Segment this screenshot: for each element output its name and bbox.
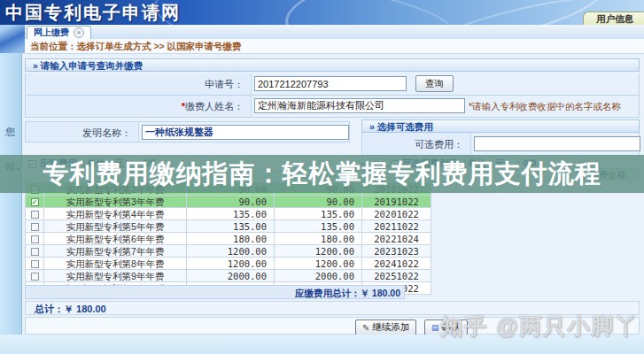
patent-payment-page: 中国专利电子申请网 用户信息 网上缴费 × 当前位置：选择订单生成方式 >> 以…	[0, 0, 644, 354]
corner-decoration	[0, 25, 25, 53]
fee-due-amount: 135.00	[187, 208, 275, 220]
tab-label: 网上缴费	[34, 27, 69, 39]
fee-name: 实用新型专利第5年年费	[44, 220, 187, 233]
fee-deadline: 20201022	[362, 208, 431, 220]
payer-name-input[interactable]	[254, 98, 465, 113]
breadcrumb: 当前位置：选择订单生成方式 >> 以国家申请号缴费	[30, 41, 242, 53]
fee-pay-amount: 1200.00	[275, 245, 362, 258]
invention-name-label: 发明名称：	[26, 122, 139, 142]
confirm-list-icon: ▤	[431, 323, 439, 332]
payer-name-label: *缴费人姓名：	[26, 96, 252, 117]
fee-due-amount: 1200.00	[187, 245, 275, 258]
row-checkbox[interactable]	[31, 248, 39, 256]
row-checkbox[interactable]	[31, 273, 39, 281]
fee-name: 实用新型专利第4年年费	[44, 208, 187, 220]
payer-name-row: *缴费人姓名： *请输入专利收费收据中的名字或名称	[25, 96, 640, 118]
fee-deadline: 20251022	[362, 270, 431, 282]
left-sidebar-strip: 您 网	[0, 53, 22, 354]
row-checkbox[interactable]: ✓	[31, 198, 39, 206]
fee-due-amount: 135.00	[187, 220, 275, 233]
close-icon[interactable]: ×	[74, 27, 84, 38]
fee-table-row: 实用新型专利第7年年费1200.001200.0020231023	[26, 245, 431, 258]
fee-due-amount: 2000.00	[187, 270, 275, 282]
row-checkbox[interactable]	[31, 260, 39, 268]
fee-pay-amount: 135.00	[275, 220, 362, 233]
tab-online-payment[interactable]: 网上缴费 ×	[27, 26, 91, 39]
site-title: 中国专利电子申请网	[5, 1, 181, 25]
fee-deadline: 20191022	[362, 196, 431, 208]
breadcrumb-bar: 当前位置：选择订单生成方式 >> 以国家申请号缴费	[25, 39, 644, 54]
fee-name: 实用新型专利第7年年费	[44, 245, 187, 258]
row-checkbox[interactable]	[31, 223, 39, 231]
watermark: 知乎 @两只小脚丫	[440, 312, 639, 341]
row-checkbox[interactable]	[31, 211, 39, 219]
query-button[interactable]: 查询	[415, 75, 454, 92]
payer-name-hint: *请输入专利收费收据中的名字或名称	[469, 101, 621, 113]
fee-name: 实用新型专利第9年年费	[44, 270, 187, 282]
fee-pay-amount: 180.00	[275, 233, 362, 245]
fee-name: 实用新型专利第6年年费	[44, 233, 187, 245]
fee-pay-amount: 90.00	[275, 196, 362, 208]
optional-fee-label: 可选费用：	[362, 133, 471, 155]
query-panel-header: » 请输入申请号查询并缴费	[25, 58, 640, 72]
application-no-row: 申请号： 查询	[25, 73, 640, 96]
invention-name-input[interactable]	[142, 125, 349, 140]
pencil-icon: ✎	[362, 323, 369, 333]
optional-fee-row: 可选费用：	[361, 133, 640, 156]
fee-name: 实用新型专利第3年年费	[44, 196, 187, 208]
tab-bar: 网上缴费 ×	[0, 25, 644, 40]
fee-name: 实用新型专利第8年年费	[44, 258, 187, 270]
optional-fee-input[interactable]	[474, 136, 640, 151]
application-no-label: 申请号：	[26, 73, 252, 95]
fee-deadline: 20231023	[362, 245, 431, 258]
promo-overlay-band: 专利费用缴纳指南：轻松掌握专利费用支付流程	[0, 155, 644, 193]
continue-add-button[interactable]: ✎ 继续添加	[355, 319, 416, 335]
invention-name-row: 发明名称：	[25, 121, 350, 142]
due-total: 应缴费用总计：￥ 180.00	[25, 285, 405, 299]
application-no-input[interactable]	[254, 76, 407, 91]
fee-deadline: 20221024	[362, 233, 431, 245]
top-banner: 中国专利电子申请网	[0, 0, 644, 25]
fee-deadline: 20211022	[362, 220, 431, 233]
fee-table-body: ✓实用新型专利第2年年费90.0090.0020181022✓实用新型专利第3年…	[26, 183, 431, 295]
fee-table-row: 实用新型专利第9年年费2000.002000.0020251022	[26, 270, 431, 282]
fee-table-row: 实用新型专利第5年年费135.00135.0020211022	[26, 220, 431, 233]
fee-pay-amount: 1200.00	[275, 258, 362, 270]
fee-due-amount: 180.00	[187, 233, 275, 245]
fee-due-amount: 1200.00	[187, 258, 275, 270]
fee-due-amount: 90.00	[187, 196, 275, 208]
row-checkbox[interactable]	[31, 235, 39, 243]
fee-table-row: 实用新型专利第4年年费135.00135.0020201022	[26, 208, 431, 220]
fee-deadline: 20241022	[362, 258, 431, 270]
fee-table-row: ✓实用新型专利第3年年费90.0090.0020191022	[26, 196, 431, 208]
fee-pay-amount: 2000.00	[275, 270, 362, 282]
fee-table-row: 实用新型专利第8年年费1200.001200.0020241022	[26, 258, 431, 270]
optional-panel-header: » 选择可选费用	[361, 119, 640, 133]
fee-table-row: 实用新型专利第6年年费180.00180.0020221024	[26, 233, 431, 245]
fee-pay-amount: 135.00	[275, 208, 362, 220]
sidebar-char: 您	[5, 126, 15, 139]
promo-overlay-text: 专利费用缴纳指南：轻松掌握专利费用支付流程	[43, 157, 601, 192]
